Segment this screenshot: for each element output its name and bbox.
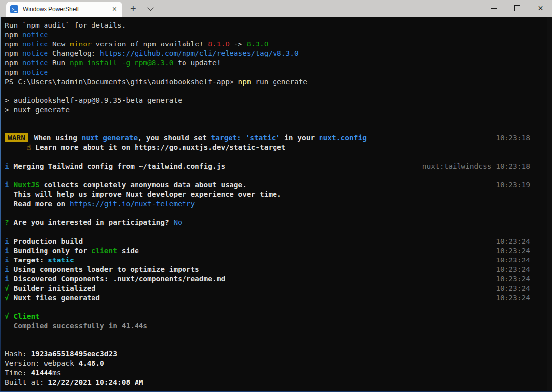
terminal-text: Built at: bbox=[5, 378, 48, 386]
terminal-line: Built at: 12/22/2021 10:24:08 AM bbox=[5, 378, 552, 387]
minimize-icon bbox=[491, 8, 497, 9]
terminal-text: Using components loader to optimize impo… bbox=[9, 265, 199, 273]
terminal-text: run generate bbox=[251, 78, 308, 86]
terminal-text: i bbox=[5, 181, 9, 189]
terminal-text: Target: bbox=[9, 256, 48, 264]
terminal-line: i Discovered Components: .nuxt/component… bbox=[5, 274, 552, 284]
terminal-text: i bbox=[5, 247, 9, 255]
tab-dropdown-button[interactable] bbox=[147, 4, 155, 12]
terminal-text: Client bbox=[13, 312, 39, 320]
terminal-text: Bundling only for bbox=[9, 247, 92, 255]
terminal-timestamp: 10:23:24 bbox=[496, 237, 530, 246]
terminal-line bbox=[5, 171, 552, 180]
terminal-text: minor bbox=[70, 40, 92, 48]
terminal-line: i Merging Tailwind config from ~/tailwin… bbox=[5, 162, 552, 171]
terminal-text: npm bbox=[5, 68, 22, 76]
maximize-icon bbox=[514, 5, 520, 11]
terminal-text: npm bbox=[5, 59, 22, 67]
terminal-text: 41444 bbox=[31, 369, 52, 377]
terminal-text: notice bbox=[22, 49, 48, 57]
terminal-line: ☝ Learn more about it on https://go.nuxt… bbox=[5, 143, 552, 152]
terminal-line: npm notice New minor version of npm avai… bbox=[5, 40, 552, 49]
close-button[interactable]: × bbox=[529, 0, 552, 17]
terminal-text: notice bbox=[22, 59, 48, 67]
terminal-text: Read more on bbox=[5, 200, 70, 208]
terminal-text: WARN bbox=[5, 133, 28, 142]
terminal-text: npm bbox=[5, 40, 22, 48]
terminal-text: Run bbox=[48, 59, 70, 67]
terminal-text: 4.46.0 bbox=[78, 359, 104, 367]
terminal-timestamp: 10:23:24 bbox=[496, 246, 530, 256]
terminal-line bbox=[5, 152, 552, 162]
terminal-timestamp: 10:23:24 bbox=[496, 293, 530, 303]
minimize-button[interactable] bbox=[482, 0, 506, 17]
tab-close-icon[interactable]: × bbox=[111, 5, 118, 13]
terminal-text: Run `npm audit` for details. bbox=[5, 21, 126, 29]
terminal-text: npm install -g npm@8.3.0 bbox=[70, 59, 174, 67]
terminal-text: Nuxt files generated bbox=[9, 294, 100, 302]
terminal-text: notice bbox=[22, 68, 48, 76]
terminal-line bbox=[5, 340, 552, 349]
terminal-line bbox=[5, 331, 552, 340]
terminal-line: > audiobookshelf-app@0.9.35-beta generat… bbox=[5, 96, 552, 105]
terminal-text bbox=[5, 143, 27, 151]
terminal-text: target: 'static' bbox=[211, 134, 280, 142]
terminal-line: √ Nuxt files generated10:23:24 bbox=[5, 293, 552, 303]
maximize-button[interactable] bbox=[506, 0, 529, 17]
terminal-text: Changelog: bbox=[48, 49, 100, 57]
terminal-text bbox=[195, 199, 519, 206]
titlebar: >_ Windows PowerShell × + × bbox=[0, 0, 552, 17]
powershell-icon: >_ bbox=[10, 5, 18, 13]
terminal-line bbox=[5, 124, 552, 133]
terminal-text: √ bbox=[5, 284, 9, 292]
terminal-text: side bbox=[117, 247, 139, 255]
terminal-text: Hash: bbox=[5, 350, 31, 358]
terminal-text: 1923a65518495eec3d23 bbox=[31, 350, 117, 358]
terminal-line: Version: webpack 4.46.0 bbox=[5, 359, 552, 368]
terminal-text: √ bbox=[5, 312, 9, 320]
terminal-line: > nuxt generate bbox=[5, 105, 552, 115]
terminal-line: npm notice bbox=[5, 30, 552, 40]
terminal-link[interactable]: No bbox=[173, 218, 182, 226]
terminal-text: nuxt.config bbox=[319, 134, 367, 142]
terminal-text: ms bbox=[52, 369, 61, 377]
terminal-line: npm notice bbox=[5, 68, 552, 77]
terminal-timestamp: 10:23:18 bbox=[496, 133, 530, 143]
terminal-text: ? bbox=[5, 218, 9, 226]
terminal-line bbox=[5, 303, 552, 312]
terminal-text: This will help us improve Nuxt developer… bbox=[5, 190, 281, 198]
terminal-text: nuxt generate bbox=[82, 134, 138, 142]
terminal-text: Discovered Components: .nuxt/components/… bbox=[9, 275, 226, 283]
desktop-edge-left bbox=[0, 17, 1, 392]
terminal-text: Are you interested in participating? bbox=[9, 218, 174, 226]
terminal-text: Version: webpack bbox=[5, 359, 78, 367]
terminal-line: npm notice Run npm install -g npm@8.3.0 … bbox=[5, 58, 552, 68]
scrollbar[interactable] bbox=[547, 17, 552, 391]
terminal-text: i bbox=[5, 256, 9, 264]
terminal-text: i bbox=[5, 275, 9, 283]
terminal-text: , you should set bbox=[138, 134, 211, 142]
terminal-text: npm bbox=[238, 78, 251, 86]
terminal-text: i bbox=[5, 162, 9, 170]
terminal-text: version of npm available! bbox=[92, 40, 208, 48]
terminal-line bbox=[5, 227, 552, 237]
terminal-output[interactable]: Run `npm audit` for details.npm noticenp… bbox=[0, 17, 552, 392]
terminal-text: 8.1.0 bbox=[208, 40, 230, 48]
terminal-line: i Using components loader to optimize im… bbox=[5, 265, 552, 274]
terminal-text: notice bbox=[22, 31, 48, 39]
terminal-text: to update! bbox=[173, 59, 221, 67]
terminal-text: When using bbox=[30, 134, 82, 142]
terminal-timestamp: 10:23:19 bbox=[496, 180, 530, 190]
tab-title: Windows PowerShell bbox=[23, 6, 111, 13]
terminal-line: Time: 41444ms bbox=[5, 368, 552, 378]
chevron-down-icon bbox=[147, 4, 154, 11]
terminal-line: PS C:\Users\tadmin\Documents\gits\audiob… bbox=[5, 77, 552, 87]
terminal-line: This will help us improve Nuxt developer… bbox=[5, 190, 552, 199]
terminal-link[interactable]: https://github.com/npm/cli/releases/tag/… bbox=[100, 49, 299, 57]
terminal-text: 12/22/2021 10:24:08 AM bbox=[48, 378, 143, 386]
new-tab-button[interactable]: + bbox=[130, 1, 136, 16]
terminal-window: >_ Windows PowerShell × + × Run `npm aud… bbox=[0, 0, 552, 392]
tab-windows-powershell[interactable]: >_ Windows PowerShell × bbox=[6, 2, 122, 17]
terminal-link[interactable]: https://git.io/nuxt-telemetry bbox=[70, 200, 195, 208]
terminal-text: in your bbox=[280, 134, 319, 142]
